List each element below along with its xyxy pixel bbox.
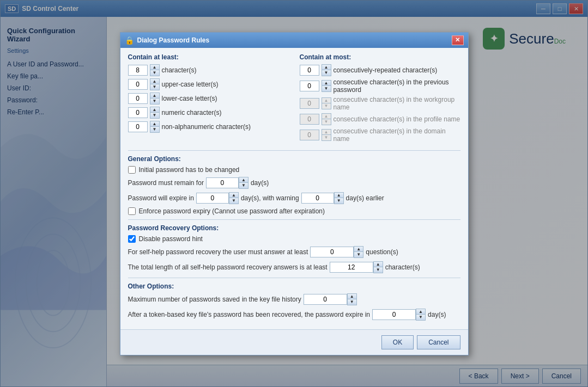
questions-input[interactable] xyxy=(310,247,354,257)
total-length-row: The total length of all self-help passwo… xyxy=(128,261,460,273)
expire-input[interactable] xyxy=(196,193,229,204)
self-help-label-before: For self-help password recovery the user… xyxy=(128,248,308,256)
enforce-expiry-label[interactable]: Enforce password expiry (Cannot use pass… xyxy=(139,207,325,215)
max-passwords-input[interactable] xyxy=(304,294,347,305)
consec-rep-input[interactable] xyxy=(300,65,319,76)
nonalpha-min-input[interactable] xyxy=(128,121,148,132)
enforce-expiry-checkbox[interactable] xyxy=(128,207,136,215)
domain-label: consecutive character(s) in the domain n… xyxy=(334,127,460,143)
profile-spin: ▲ ▼ xyxy=(322,113,331,125)
general-divider xyxy=(128,150,460,151)
disable-hint-checkbox[interactable] xyxy=(128,235,136,243)
profile-down: ▼ xyxy=(322,119,331,125)
expire-spin: ▲ ▼ xyxy=(196,192,239,204)
prev-pass-down[interactable]: ▼ xyxy=(322,86,331,91)
upper-min-input[interactable] xyxy=(128,79,148,90)
warning-spin-group: ▲ ▼ xyxy=(334,192,344,204)
char-spin-row: ▲ ▼ character(s) xyxy=(128,64,289,76)
max-passwords-up[interactable]: ▲ xyxy=(348,294,356,299)
questions-spin-group: ▲ ▼ xyxy=(354,246,363,258)
char-spin-down[interactable]: ▼ xyxy=(150,70,159,76)
dialog-cancel-button[interactable]: Cancel xyxy=(417,335,460,349)
char-spin-up[interactable]: ▲ xyxy=(150,65,159,70)
remain-up[interactable]: ▲ xyxy=(239,177,248,183)
warning-input[interactable] xyxy=(301,193,334,204)
upper-spin-group: ▲ ▼ xyxy=(150,78,160,90)
dialog-titlebar: 🔒 Dialog Password Rules ✕ xyxy=(120,33,468,48)
upper-label: upper-case letter(s) xyxy=(162,81,219,88)
prev-pass-input[interactable] xyxy=(300,81,319,91)
profile-up: ▲ xyxy=(322,114,331,119)
domain-row: ▲ ▼ consecutive character(s) in the doma… xyxy=(300,127,460,143)
upper-spin-down[interactable]: ▼ xyxy=(150,84,159,90)
nonalpha-spin-up[interactable]: ▲ xyxy=(150,121,159,127)
general-options-title: General Options: xyxy=(128,155,460,163)
numeric-spin-group: ▲ ▼ xyxy=(150,107,160,119)
token-recovery-input[interactable] xyxy=(372,309,416,320)
nonalpha-spin-row: ▲ ▼ non-alphanumeric character(s) xyxy=(128,121,289,133)
upper-spin-up[interactable]: ▲ xyxy=(150,79,159,84)
ok-button[interactable]: OK xyxy=(381,335,414,349)
max-passwords-spin-group: ▲ ▼ xyxy=(347,293,357,305)
profile-row: ▲ ▼ consecutive character(s) in the prof… xyxy=(300,113,460,125)
prev-pass-up[interactable]: ▲ xyxy=(322,81,331,86)
remain-input[interactable] xyxy=(206,177,239,188)
max-passwords-down[interactable]: ▼ xyxy=(348,299,356,305)
self-help-questions-row: For self-help password recovery the user… xyxy=(128,246,460,258)
expire-label-before: Password will expire in xyxy=(128,194,194,202)
initial-password-row: Initial password has to be changed xyxy=(128,166,460,174)
lower-min-input[interactable] xyxy=(128,93,148,104)
prev-pass-label: consecutive character(s) in the previous… xyxy=(334,78,460,94)
remain-for-label-after: day(s) xyxy=(251,179,269,187)
token-recovery-up[interactable]: ▲ xyxy=(416,309,425,315)
total-length-label-after: character(s) xyxy=(385,263,420,271)
lower-spin-up[interactable]: ▲ xyxy=(150,93,159,99)
char-min-input[interactable] xyxy=(128,65,148,76)
questions-up[interactable]: ▲ xyxy=(354,247,363,252)
initial-password-checkbox[interactable] xyxy=(128,166,136,174)
numeric-spin-row: ▲ ▼ numeric character(s) xyxy=(128,107,289,119)
expire-down[interactable]: ▼ xyxy=(229,198,238,204)
remain-down[interactable]: ▼ xyxy=(239,183,248,188)
remain-for-label-before: Password must remain for xyxy=(128,179,204,187)
total-length-up[interactable]: ▲ xyxy=(374,262,383,267)
recovery-options-title: Password Recovery Options: xyxy=(128,224,460,232)
workgroup-input xyxy=(300,98,319,109)
warning-up[interactable]: ▲ xyxy=(335,193,343,198)
dialog-close-button[interactable]: ✕ xyxy=(452,35,464,45)
total-length-label-before: The total length of all self-help passwo… xyxy=(128,263,328,271)
numeric-label: numeric character(s) xyxy=(162,109,222,116)
numeric-spin-down[interactable]: ▼ xyxy=(150,113,159,118)
consec-rep-down[interactable]: ▼ xyxy=(322,70,331,76)
expire-up[interactable]: ▲ xyxy=(229,193,238,198)
domain-down: ▼ xyxy=(322,135,331,140)
contain-at-most-header: Contain at most: xyxy=(300,53,460,61)
dialog-icon: 🔒 xyxy=(125,36,134,45)
dialog-columns: Contain at least: ▲ ▼ character(s) xyxy=(128,53,460,145)
total-length-input[interactable] xyxy=(330,262,373,273)
token-recovery-down[interactable]: ▼ xyxy=(416,315,425,320)
questions-down[interactable]: ▼ xyxy=(354,252,363,257)
disable-hint-row: Disable password hint xyxy=(128,235,460,243)
remain-for-row: Password must remain for ▲ ▼ day(s) xyxy=(128,177,460,189)
initial-password-label[interactable]: Initial password has to be changed xyxy=(139,166,240,174)
workgroup-label: consecutive character(s) in the workgrou… xyxy=(334,96,460,111)
consec-rep-up[interactable]: ▲ xyxy=(322,65,331,70)
dialog-footer: OK Cancel xyxy=(120,329,468,355)
consec-rep-row: ▲ ▼ consecutively-repeated character(s) xyxy=(300,64,460,76)
numeric-spin-up[interactable]: ▲ xyxy=(150,107,159,113)
enforce-expiry-row: Enforce password expiry (Cannot use pass… xyxy=(128,207,460,215)
numeric-min-input[interactable] xyxy=(128,107,148,118)
lower-spin-down[interactable]: ▼ xyxy=(150,99,159,104)
total-length-down[interactable]: ▼ xyxy=(374,267,383,273)
contain-at-least-section: Contain at least: ▲ ▼ character(s) xyxy=(128,53,289,145)
expire-spin-group: ▲ ▼ xyxy=(229,192,239,204)
dialog-password-rules: 🔒 Dialog Password Rules ✕ Contain at lea… xyxy=(120,32,469,355)
lower-label: lower-case letter(s) xyxy=(162,95,217,102)
token-recovery-label-before: After a token-based key file's password … xyxy=(128,311,371,318)
nonalpha-spin-group: ▲ ▼ xyxy=(150,121,160,133)
disable-hint-label[interactable]: Disable password hint xyxy=(139,235,203,243)
max-passwords-label-mid: in the key file history xyxy=(242,296,301,303)
nonalpha-spin-down[interactable]: ▼ xyxy=(150,127,159,132)
warning-down[interactable]: ▼ xyxy=(335,198,343,204)
